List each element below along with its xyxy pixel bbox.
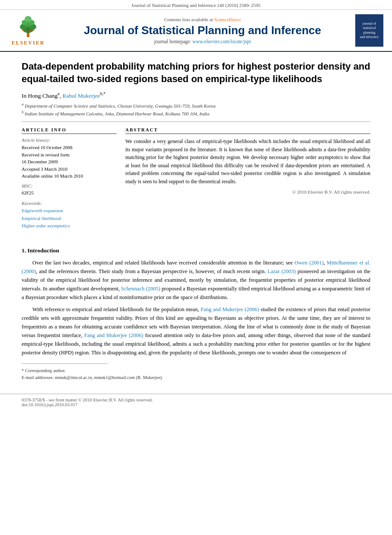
abstract-text: We consider a very general class of empi…	[125, 137, 370, 186]
journal-homepage-url[interactable]: www.elsevier.com/locate/jspi	[192, 39, 251, 44]
journal-citation: Journal of Statistical Planning and Infe…	[131, 3, 261, 8]
affil-b-text: Indian Institute of Management Calcutta,…	[25, 111, 209, 116]
section-number: 1.	[22, 247, 26, 254]
author1-sup: a	[57, 91, 59, 96]
svg-point-11	[29, 30, 31, 32]
affiliation-a: a Department of Computer Science and Sta…	[22, 102, 370, 108]
received-date: Received 10 October 2008	[22, 144, 117, 151]
footnote-email: E-mail addresses: mmuk@iimcal.ac.in, mmu…	[22, 374, 370, 381]
footer-doi: doi:10.1016/j.jspi.2010.03.017	[22, 402, 370, 407]
ref-lazar-2003[interactable]: Lazar (2003)	[268, 268, 296, 274]
journal-cover-image: journal ofstatistical planningand infere…	[355, 14, 383, 47]
footnote-email-addresses: mmuk@iimcal.ac.in, mmuk1@hotmail.com (R.…	[55, 375, 163, 380]
svg-point-9	[32, 29, 34, 31]
journal-header: ELSEVIER Contents lists available at Sci…	[0, 10, 392, 52]
accepted-date: Accepted 3 March 2010	[22, 166, 117, 173]
main-body: 1. Introduction Over the last two decade…	[0, 239, 392, 390]
article-info-header: ARTICLE INFO	[22, 127, 117, 134]
footer-bar: 0378-3758/$ - see front matter © 2010 El…	[0, 394, 392, 411]
intro-paragraph-2: With reference to empirical and related …	[22, 305, 370, 357]
abstract-header: ABSTRACT	[125, 127, 370, 134]
journal-title-block: Contents lists available at ScienceDirec…	[56, 17, 349, 44]
elsevier-brand-text: ELSEVIER	[12, 40, 45, 46]
header-divider	[22, 121, 370, 122]
available-date: Available online 10 March 2010	[22, 172, 117, 180]
affil-b-sup: b	[22, 110, 24, 114]
footer-issn: 0378-3758/$ - see front matter © 2010 El…	[22, 398, 370, 402]
journal-citation-bar: Journal of Statistical Planning and Infe…	[0, 0, 392, 10]
copyright-notice: © 2010 Elsevier B.V. All rights reserved…	[125, 189, 370, 194]
page-wrapper: Journal of Statistical Planning and Infe…	[0, 0, 392, 411]
svg-point-8	[22, 29, 24, 31]
footnote-star: * Corresponding author.	[22, 368, 66, 373]
article-info-column: ARTICLE INFO Article history: Received 1…	[22, 127, 117, 230]
journal-cover-text: journal ofstatistical planningand infere…	[355, 20, 383, 41]
elsevier-logo: ELSEVIER	[9, 15, 48, 46]
keyword-2: Empirical likelihood	[22, 215, 117, 223]
sciencedirect-url[interactable]: ScienceDirect	[214, 17, 241, 22]
keywords-label: Keywords:	[22, 201, 117, 206]
ref-fang-mukerjee-2006-2[interactable]: Fang and Mukerjee (2006)	[84, 332, 143, 338]
ref-schennach-2005[interactable]: Schennach (2005)	[121, 286, 160, 292]
footnote-email-label: E-mail addresses:	[22, 375, 54, 380]
ref-fang-mukerjee-2006-1[interactable]: Fang and Mukerjee (2006)	[201, 306, 259, 312]
section-heading: Introduction	[28, 247, 59, 254]
affiliation-b: b Indian Institute of Management Calcutt…	[22, 110, 370, 116]
keyword-3: Higher order asymptotics	[22, 222, 117, 230]
sciencedirect-link: Contents lists available at ScienceDirec…	[56, 17, 349, 22]
elsevier-tree-icon	[15, 15, 41, 38]
author1-name: In Hong Chang	[22, 92, 57, 99]
authors-line: In Hong Changa, Rahul Mukerjeeb,*	[22, 91, 370, 99]
msc-code: 62F25	[22, 189, 117, 197]
history-label: Article history:	[22, 137, 117, 143]
journal-homepage: journal homepage: www.elsevier.com/locat…	[56, 39, 349, 44]
ref-owen-2001[interactable]: Owen (2001)	[294, 260, 323, 266]
article-content: Data-dependent probability matching prio…	[0, 52, 392, 239]
journal-main-title: Journal of Statistical Planning and Infe…	[56, 24, 349, 37]
msc-label: MSC:	[22, 183, 117, 188]
intro-paragraph-1: Over the last two decades, empirical and…	[22, 258, 370, 302]
author2-sup: b,*	[100, 91, 106, 96]
svg-point-10	[25, 30, 27, 32]
article-info-abstract: ARTICLE INFO Article history: Received 1…	[22, 127, 370, 230]
author2-name[interactable]: Rahul Mukerjee	[62, 92, 100, 99]
abstract-column: ABSTRACT We consider a very general clas…	[125, 127, 370, 230]
footnote-corresponding: * Corresponding author.	[22, 367, 370, 374]
svg-point-7	[25, 16, 32, 22]
section-1-title: 1. Introduction	[22, 247, 370, 254]
affil-a-text: Department of Computer Science and Stati…	[25, 103, 215, 108]
revised-date: Received in revised form16 December 2009	[22, 151, 117, 166]
footnote-divider	[22, 363, 108, 364]
article-title: Data-dependent probability matching prio…	[22, 61, 370, 85]
keyword-1: Edgeworth expansion	[22, 207, 117, 215]
affil-a-sup: a	[22, 102, 24, 106]
